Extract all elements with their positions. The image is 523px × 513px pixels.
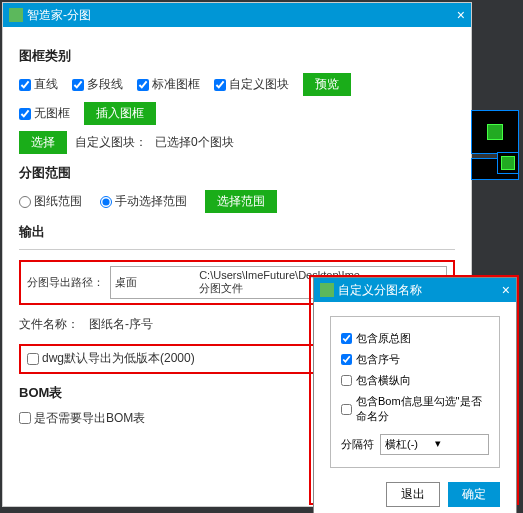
cb-include-seq[interactable]: 包含序号 <box>341 352 489 367</box>
cb-custom[interactable]: 自定义图块 <box>214 76 289 93</box>
cb-include-orient[interactable]: 包含横纵向 <box>341 373 489 388</box>
app-icon <box>9 8 23 22</box>
cb-export-bom[interactable]: 是否需要导出BOM表 <box>19 410 145 427</box>
naming-highlight: 自定义分图名称 × 包含原总图 包含序号 包含横纵向 包含Bom信息里勾选"是否… <box>309 275 519 505</box>
titlebar: 智造家-分图 × <box>3 3 471 27</box>
preview-thumb-3[interactable] <box>497 152 519 174</box>
cb-noframe[interactable]: 无图框 <box>19 105 70 122</box>
exit-button[interactable]: 退出 <box>386 482 440 507</box>
drawing-icon <box>501 156 515 170</box>
dialog2-title: 自定义分图名称 <box>338 282 502 299</box>
close-icon[interactable]: × <box>502 282 510 298</box>
cb-lowver[interactable]: dwg默认导出为低版本(2000) <box>27 350 195 367</box>
cb-polyline[interactable]: 多段线 <box>72 76 123 93</box>
naming-dialog: 自定义分图名称 × 包含原总图 包含序号 包含横纵向 包含Bom信息里勾选"是否… <box>313 277 517 513</box>
preview-thumb-1[interactable] <box>471 110 519 154</box>
path-prefix: 桌面 <box>115 275 196 290</box>
section-frame-title: 图框类别 <box>19 47 455 65</box>
dialog-title: 智造家-分图 <box>27 7 457 24</box>
separator-label: 分隔符 <box>341 437 374 452</box>
chevron-down-icon: ▾ <box>435 437 485 452</box>
drawing-icon <box>487 124 503 140</box>
section-output-title: 输出 <box>19 223 455 241</box>
ok-button[interactable]: 确定 <box>448 482 500 507</box>
cb-include-bom[interactable]: 包含Bom信息里勾选"是否命名分 <box>341 394 489 424</box>
select-button[interactable]: 选择 <box>19 131 67 154</box>
app-icon <box>320 283 334 297</box>
insert-frame-button[interactable]: 插入图框 <box>84 102 156 125</box>
separator-select[interactable]: 横杠(-) ▾ <box>380 434 489 455</box>
naming-options: 包含原总图 包含序号 包含横纵向 包含Bom信息里勾选"是否命名分 分隔符 横杠… <box>330 316 500 468</box>
titlebar-2: 自定义分图名称 × <box>314 278 516 302</box>
select-range-button[interactable]: 选择范围 <box>205 190 277 213</box>
divider <box>19 249 455 250</box>
cb-include-orig[interactable]: 包含原总图 <box>341 331 489 346</box>
cb-std[interactable]: 标准图框 <box>137 76 200 93</box>
radio-paper[interactable]: 图纸范围 <box>19 193 82 210</box>
custom-block-status: 已选择0个图块 <box>155 134 234 151</box>
custom-block-label: 自定义图块： <box>75 134 147 151</box>
section-range-title: 分图范围 <box>19 164 455 182</box>
cb-line[interactable]: 直线 <box>19 76 58 93</box>
close-icon[interactable]: × <box>457 7 465 23</box>
file-label: 文件名称： <box>19 316 79 333</box>
path-label: 分图导出路径： <box>27 275 104 290</box>
preview-button[interactable]: 预览 <box>303 73 351 96</box>
radio-manual[interactable]: 手动选择范围 <box>100 193 187 210</box>
